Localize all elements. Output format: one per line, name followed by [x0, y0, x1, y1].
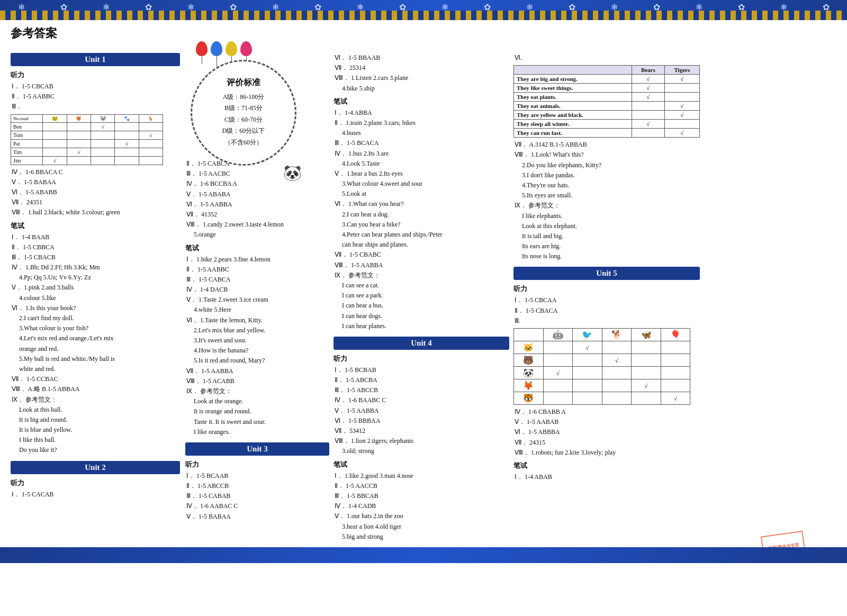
- decoration-circle: 评价标准 A级：86-100分 B级：71-85分 C级：60-70分 D级：6…: [191, 60, 296, 166]
- u5-r3-label: 🐼: [514, 367, 544, 379]
- unit1-w-II: Ⅱ． 1-5 CBBCA: [12, 242, 180, 252]
- bt-row-4: They eat animals. √: [514, 102, 700, 111]
- unit1-w-IV-2: 4.Pp; Qq 5.Uu; Vv 6.Yy; Zz: [19, 273, 180, 283]
- bottom-border: [0, 547, 847, 563]
- unit3-w-IV: Ⅳ． 1.bus 2.Its 3.are: [335, 149, 509, 159]
- unit2-w-VI-4: 4.How is the banana?: [194, 346, 329, 356]
- unit4-essay-5: Its nose is long.: [522, 251, 700, 261]
- unit2-essay-1: Look at the orange.: [194, 396, 329, 406]
- unit4-w-V-3: 5.big and strong: [342, 532, 509, 542]
- wave-icon: ✿: [230, 2, 237, 12]
- bt-bears-4: [632, 102, 665, 111]
- unit2-VI: Ⅵ． 1-5 AABBA: [186, 200, 329, 210]
- u5-r4-label: 🦊: [514, 379, 544, 392]
- bt-row-1: They are big and strong. √ √: [514, 75, 700, 84]
- unit3-IV: Ⅳ． 1-6 AABAC C: [186, 501, 329, 511]
- u5-r1-label: 🐱: [514, 341, 544, 354]
- unit3-w-VI-4b: can hear ships and planes.: [342, 240, 509, 250]
- unit3-II: Ⅱ． 1-5 ABCCB: [186, 481, 329, 491]
- wave-icon: ✿: [484, 2, 491, 12]
- wave-icon: ✿: [569, 2, 575, 12]
- unit1-w-VIII: Ⅷ． A.略 B.1-5 ABBAA: [12, 384, 180, 394]
- wave-pattern: ❄ ✿ ❄ ✿ ❄ ✿ ❄ ✿ ❄ ✿ ❄ ✿ ❄ ✿ ❄ ✿ ❄ ✿ ❄ ✿: [0, 1, 847, 13]
- u5-h5: 🎈: [661, 329, 690, 341]
- unit2-w-V: Ⅴ． 1.Taste 2.sweet 3.ice cream: [186, 295, 329, 305]
- bt-tigers-7: √: [664, 129, 699, 138]
- unit3-VI: Ⅵ． 1-5 BBAAB: [335, 53, 509, 63]
- u5-row-3: 🐼 √: [514, 367, 690, 379]
- u5-header-row: 🤖 🐦 🐕 🦋 🎈: [514, 329, 690, 341]
- wave-icon: ❄: [441, 2, 448, 12]
- unit2-w-IV: Ⅳ． 1-4 DACB: [186, 285, 329, 295]
- unit4-essay-4: Its ears are big.: [522, 241, 700, 251]
- u5-h1: 🤖: [543, 329, 573, 341]
- unit1-listening-I: Ⅰ． 1-5 CBCAB: [12, 81, 180, 92]
- bt-label-6: They sleep all winter.: [514, 120, 632, 129]
- unit2-header: Unit 2: [11, 461, 180, 474]
- unit4-w-IV: Ⅳ． 1-4 CADB: [335, 501, 509, 511]
- wave-icon: ❄: [526, 2, 533, 12]
- unit2-IV: Ⅳ． 1-6 BCCBA A: [186, 179, 329, 189]
- wave-icon: ✿: [823, 2, 830, 12]
- unit1-VII: Ⅶ． 24351: [12, 197, 180, 207]
- unit4-w-VIII-4: 4.They're our hats.: [522, 180, 700, 191]
- wave-icon: ❄: [611, 2, 618, 12]
- center-decoration: 评价标准 A级：86-100分 B级：71-85分 C级：60-70分 D级：6…: [180, 49, 307, 166]
- unit1-w-V-2: 4.colour 5.like: [19, 293, 180, 303]
- unit2-III: Ⅲ． 1-5 AACBC: [186, 169, 329, 179]
- unit3-VIII: Ⅷ． 1.Listen 2.cars 3.plane: [335, 73, 509, 83]
- unit4-essay-2: Look at this elephant.: [522, 221, 700, 231]
- unit1-w-IX: Ⅸ． 参考范文：: [12, 395, 180, 405]
- unit1-essay-5: Do you like it?: [19, 445, 180, 455]
- unit1-VI: Ⅵ． 1-5 ABABB: [12, 187, 180, 197]
- unit4-w-VI-label: Ⅵ.: [515, 53, 700, 63]
- unit4-IV: Ⅳ． 1-6 BAABC C: [335, 395, 509, 405]
- unit4-w-III: Ⅲ． 1-5 BBCAB: [335, 491, 509, 501]
- unit5-II: Ⅱ． 1-5 CBACA: [515, 306, 700, 316]
- bt-tigers-2: [664, 84, 699, 93]
- column-1: Unit 1 听力 Ⅰ． 1-5 CBCAB Ⅱ． 1-5 AABBC Ⅲ． N…: [11, 53, 185, 542]
- unit2-w-V-2: 4.white 5.Here: [194, 305, 329, 315]
- bt-tigers-3: [664, 93, 699, 102]
- unit4-essay-1: I like elephants.: [522, 211, 700, 221]
- unit4-w-I: Ⅰ． 1.like 2.good 3.man 4.nose: [335, 471, 509, 481]
- unit1-w-VI-3: 3.What colour is your fish?: [19, 323, 180, 333]
- unit3-VII: Ⅶ． 25314: [335, 63, 509, 73]
- u5-row-4: 🦊 √: [514, 379, 690, 392]
- wave-icon: ✿: [399, 2, 406, 12]
- unit3-III: Ⅲ． 1-5 CABAB: [186, 491, 329, 501]
- wave-icon: ✿: [738, 2, 745, 12]
- unit2-w-VI-3: 3.It's sweet and sour.: [194, 336, 329, 346]
- unit5-VII: Ⅶ． 24315: [515, 438, 700, 448]
- unit1-w-V: Ⅴ． 1.pink 2.and 3.balls: [12, 283, 180, 293]
- bt-bears-2: √: [632, 84, 665, 93]
- unit2-w-VI-2: 2.Let's mix blue and yellow.: [194, 325, 329, 336]
- column-4: Ⅵ. Bears Tigers They are big and strong.…: [513, 53, 704, 542]
- unit4-VI: Ⅵ． 1-5 BBBAA: [335, 416, 509, 426]
- wave-icon: ✿: [653, 2, 660, 12]
- unit4-essay-3: It is tall and big.: [522, 231, 700, 241]
- unit2-I: Ⅰ． 1-5 CACAB: [12, 490, 180, 500]
- unit3-header: Unit 3: [185, 442, 329, 456]
- unit3-w-IX: Ⅸ． 参考范文：: [335, 270, 509, 280]
- unit4-VII: Ⅶ． 53412: [335, 426, 509, 436]
- unit4-w-IX: Ⅸ． 参考范文：: [515, 201, 700, 211]
- unit5-header: Unit 5: [513, 267, 700, 280]
- unit1-essay-4: I like this ball.: [19, 435, 180, 445]
- wave-icon: ✿: [60, 2, 67, 12]
- unit4-w-VIII-5: 5.Its eyes are small.: [522, 191, 700, 201]
- unit5-writing-title: 笔试: [513, 461, 700, 470]
- unit3-w-VII: Ⅶ． 1-5 CBABC: [335, 250, 509, 260]
- bt-bears-7: [632, 129, 665, 138]
- unit3-w-VI-1: Ⅵ． 1.What can you hear?: [335, 199, 509, 209]
- unit4-VIII-2: 3.old; strong: [342, 446, 509, 456]
- u5-r2-label: 🐻: [514, 354, 544, 367]
- u5-row-1: 🐱 √: [514, 341, 690, 354]
- unit1-w-VI: Ⅵ． 1.Is this your book?: [12, 303, 180, 313]
- unit2-essay-4: I like oranges.: [194, 427, 329, 437]
- unit1-VIII: Ⅷ． 1.ball 2.black; white 3.colour; green: [12, 207, 180, 218]
- unit3-w-VI-4: 4.Peter can hear planes and ships./Peter: [342, 230, 509, 240]
- bt-label-7: They can run fast.: [514, 129, 632, 138]
- bt-bears-5: [632, 111, 665, 120]
- bt-label-2: They like sweet things.: [514, 84, 632, 93]
